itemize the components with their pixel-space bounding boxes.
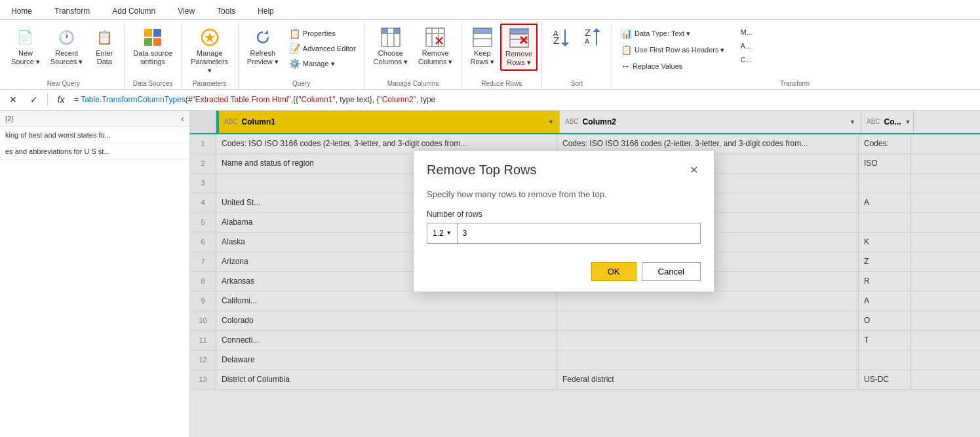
refresh-preview-button[interactable]: RefreshPreview ▾: [243, 24, 283, 69]
ribbon-group-sort: AZ ZA Sort: [542, 22, 612, 89]
sort-desc-button[interactable]: ZA: [578, 24, 608, 52]
modal-description: Specify how many rows to remove from the…: [427, 189, 701, 199]
modal-input-row: 1.2 ▼: [427, 223, 701, 244]
data-source-settings-button[interactable]: Data sourcesettings: [128, 24, 176, 69]
manage-icon: ⚙️: [289, 58, 300, 69]
number-type-dropdown[interactable]: 1.2 ▼: [427, 223, 457, 244]
ribbon-group-reduce-rows: KeepRows ▾ RemoveRows ▾ Reduce Rows: [462, 22, 543, 89]
more-btn-1[interactable]: M...: [735, 26, 756, 38]
use-first-row-button[interactable]: 📋 Use First Row as Headers ▾: [616, 43, 729, 57]
svg-rect-0: [144, 29, 152, 37]
sort-asc-icon: AZ: [551, 27, 572, 48]
formula-text: = Table.TransformColumnTypes(#"Extracted…: [74, 95, 975, 104]
reduce-rows-label: Reduce Rows: [466, 79, 538, 89]
choose-columns-button[interactable]: ChooseColumns ▾: [369, 24, 412, 69]
new-query-label: New Query: [7, 79, 120, 89]
ribbon-group-data-sources: Data sourcesettings Data Sources: [125, 22, 181, 89]
advanced-editor-button[interactable]: 📝 Advanced Editor: [284, 41, 361, 56]
formula-cancel-btn[interactable]: ✕: [5, 92, 21, 107]
choose-columns-icon: [380, 27, 401, 48]
remove-rows-button[interactable]: RemoveRows ▾: [500, 24, 538, 71]
advanced-editor-icon: 📝: [289, 43, 300, 54]
sort-desc-icon: ZA: [582, 27, 603, 48]
sort-label: Sort: [546, 79, 608, 89]
replace-values-button[interactable]: ↔️ Replace Values: [616, 59, 729, 73]
tab-home[interactable]: Home: [0, 2, 43, 19]
cancel-button[interactable]: Cancel: [642, 262, 701, 281]
tab-view[interactable]: View: [167, 2, 206, 19]
svg-rect-21: [473, 28, 492, 33]
svg-rect-3: [153, 38, 161, 46]
formula-fx-btn[interactable]: fx: [53, 92, 69, 107]
svg-rect-10: [382, 28, 387, 33]
collapse-panel-button[interactable]: ‹: [181, 113, 184, 124]
left-panel: [2] ‹ king of best and worst states fo..…: [0, 111, 190, 437]
new-source-button[interactable]: 📄 NewSource ▾: [7, 24, 45, 69]
ribbon-group-query: RefreshPreview ▾ 📋 Properties 📝 Advanced…: [239, 22, 365, 89]
ribbon: 📄 NewSource ▾ 🕐 RecentSources ▾ 📋 EnterD…: [0, 20, 980, 90]
formula-confirm-btn[interactable]: ✓: [26, 92, 42, 107]
remove-columns-icon: [425, 27, 446, 48]
dropdown-arrow-icon: ▼: [446, 230, 452, 236]
modal-body: Specify how many rows to remove from the…: [414, 184, 714, 254]
query-stack: 📋 Properties 📝 Advanced Editor ⚙️ Manage…: [284, 24, 361, 71]
data-type-button[interactable]: 📊 Data Type: Text ▾: [616, 26, 729, 41]
left-panel-title: [2]: [5, 115, 13, 123]
left-panel-header: [2] ‹: [0, 111, 189, 127]
sort-asc-button[interactable]: AZ: [546, 24, 576, 52]
grid-area: ABC Column1 ▼ ABC Column2 ▼ ABC Co... ▼ …: [190, 111, 980, 437]
recent-sources-icon: 🕐: [56, 27, 77, 48]
data-type-icon: 📊: [621, 28, 632, 39]
data-sources-label: Data Sources: [128, 79, 176, 89]
query-label: Query: [243, 79, 361, 89]
modal-field-label: Number of rows: [427, 210, 701, 219]
use-first-row-icon: 📋: [621, 45, 632, 55]
more-btn-2[interactable]: A...: [735, 40, 756, 52]
keep-rows-button[interactable]: KeepRows ▾: [466, 24, 500, 69]
enter-data-button[interactable]: 📋 EnterData: [88, 24, 120, 69]
properties-icon: 📋: [289, 28, 300, 39]
ribbon-group-new-query: 📄 NewSource ▾ 🕐 RecentSources ▾ 📋 EnterD…: [3, 22, 125, 89]
recent-sources-button[interactable]: 🕐 RecentSources ▾: [46, 24, 87, 69]
tab-add-column[interactable]: Add Column: [101, 2, 167, 19]
enter-data-icon: 📋: [94, 27, 115, 48]
number-of-rows-input[interactable]: [457, 223, 701, 244]
new-source-icon: 📄: [15, 27, 36, 48]
tab-help[interactable]: Help: [246, 2, 285, 19]
remove-columns-button[interactable]: RemoveColumns ▾: [414, 24, 457, 69]
manage-button[interactable]: ⚙️ Manage ▾: [284, 56, 361, 71]
modal-close-button[interactable]: ✕: [687, 161, 701, 179]
left-panel-items: king of best and worst states fo... es a…: [0, 127, 189, 437]
replace-values-icon: ↔️: [621, 61, 630, 71]
svg-rect-11: [394, 28, 400, 33]
svg-rect-25: [510, 29, 528, 34]
ok-button[interactable]: OK: [591, 262, 637, 281]
modal-overlay: Remove Top Rows ✕ Specify how many rows …: [190, 111, 980, 437]
svg-rect-1: [153, 29, 161, 37]
formula-bar: ✕ ✓ fx = Table.TransformColumnTypes(#"Ex…: [0, 90, 980, 111]
modal-title: Remove Top Rows: [427, 162, 536, 178]
tab-tools[interactable]: Tools: [206, 2, 246, 19]
manage-parameters-button[interactable]: ManageParameters ▾: [186, 24, 234, 79]
list-item[interactable]: es and abbreviations for U S st...: [0, 143, 189, 160]
svg-marker-35: [593, 28, 600, 32]
parameters-label: Parameters: [186, 79, 234, 89]
keep-rows-icon: [472, 27, 493, 48]
dropdown-value: 1.2: [433, 229, 444, 238]
transform-label: Transform: [616, 79, 973, 89]
list-item[interactable]: king of best and worst states fo...: [0, 127, 189, 143]
remove-rows-icon: [509, 28, 530, 48]
ribbon-group-parameters: ManageParameters ▾ Parameters: [182, 22, 239, 89]
ribbon-group-manage-columns: ChooseColumns ▾ RemoveColumns ▾ Manage C…: [365, 22, 462, 89]
properties-button[interactable]: 📋 Properties: [284, 26, 361, 41]
modal-footer: OK Cancel: [414, 254, 714, 292]
more-btn-3[interactable]: C...: [735, 54, 756, 66]
main-area: [2] ‹ king of best and worst states fo..…: [0, 111, 980, 437]
manage-parameters-icon: [199, 27, 220, 48]
svg-marker-5: [264, 30, 268, 34]
tab-transform[interactable]: Transform: [43, 2, 101, 19]
svg-text:Z: Z: [553, 35, 559, 46]
modal-titlebar: Remove Top Rows ✕: [414, 151, 714, 184]
svg-text:Z: Z: [585, 27, 591, 38]
data-source-settings-icon: [142, 27, 163, 48]
